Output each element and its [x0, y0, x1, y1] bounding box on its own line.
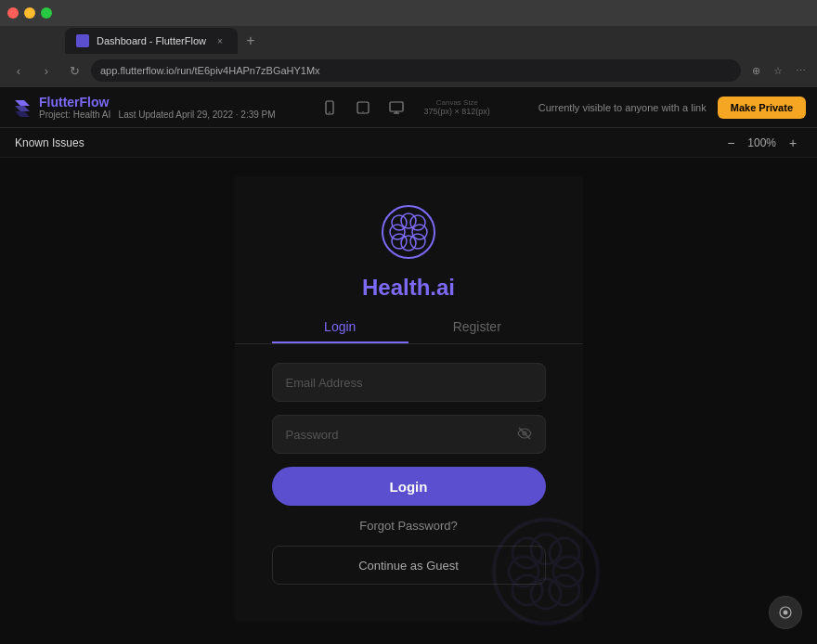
- svg-point-18: [410, 234, 425, 249]
- svg-point-24: [509, 557, 538, 586]
- email-field[interactable]: Email Address: [272, 363, 546, 402]
- password-placeholder: Password: [286, 428, 339, 442]
- svg-point-23: [531, 579, 561, 609]
- refresh-icon: ↻: [70, 64, 80, 78]
- browser-icon-1[interactable]: ⊕: [746, 61, 765, 80]
- svg-point-4: [329, 111, 331, 113]
- traffic-light-yellow[interactable]: [24, 7, 35, 19]
- flutterflow-logo-icon: [11, 97, 33, 119]
- issues-bar: Known Issues − 100% +: [0, 128, 817, 158]
- canvas-area: Health.ai Login Register Email Address P…: [0, 158, 817, 644]
- device-icons: Canvas Size 375(px) × 812(px): [317, 95, 498, 121]
- svg-point-28: [512, 575, 542, 605]
- traffic-lights: [7, 7, 52, 19]
- ghost-logo-watermark: [490, 516, 602, 631]
- svg-point-11: [401, 213, 416, 228]
- app-tabs: Login Register: [235, 319, 583, 344]
- project-label: Project: Health AI: [39, 109, 110, 120]
- zoom-in-button[interactable]: +: [784, 134, 802, 152]
- svg-point-17: [392, 234, 407, 249]
- support-chat-button[interactable]: [769, 596, 802, 629]
- app-preview: Health.ai Login Register Email Address P…: [235, 176, 583, 622]
- canvas-size-display: Canvas Size 375(px) × 812(px): [424, 98, 490, 116]
- svg-marker-2: [15, 111, 30, 117]
- back-icon: ‹: [17, 64, 20, 78]
- svg-point-13: [390, 225, 405, 239]
- zoom-value: 100%: [747, 136, 776, 149]
- login-button[interactable]: Login: [272, 467, 546, 506]
- traffic-light-green[interactable]: [41, 7, 52, 19]
- brand-name: FlutterFlow: [39, 95, 276, 109]
- svg-point-6: [362, 110, 363, 111]
- browser-icons-right: ⊕ ☆ ⋯: [746, 61, 810, 80]
- svg-point-16: [410, 215, 425, 230]
- mobile-view-button[interactable]: [317, 95, 343, 121]
- svg-point-29: [550, 575, 579, 605]
- project-info: Project: Health AI Last Updated April 29…: [39, 109, 276, 120]
- last-updated: Last Updated April 29, 2022 · 2:39 PM: [119, 109, 276, 120]
- tab-login[interactable]: Login: [272, 319, 409, 343]
- browser-icon-3[interactable]: ⋯: [791, 61, 810, 80]
- new-tab-button[interactable]: +: [238, 28, 264, 54]
- svg-point-15: [392, 215, 407, 230]
- browser-titlebar: [0, 0, 817, 26]
- traffic-light-red[interactable]: [7, 7, 19, 19]
- app-title-main: Health.: [362, 275, 436, 300]
- flutterflow-logo-text: FlutterFlow Project: Health AI Last Upda…: [39, 95, 276, 120]
- zoom-out-button[interactable]: −: [721, 134, 740, 152]
- address-bar[interactable]: app.flutterflow.io/run/tE6piv4HAPn7zBGaH…: [91, 59, 741, 82]
- password-field[interactable]: Password: [272, 415, 546, 454]
- flutterflow-logo: FlutterFlow Project: Health AI Last Upda…: [11, 95, 276, 120]
- svg-point-22: [531, 535, 561, 564]
- password-toggle-icon[interactable]: [517, 426, 532, 444]
- tab-title: Dashboard - FlutterFlow: [97, 35, 206, 46]
- make-private-button[interactable]: Make Private: [718, 97, 806, 119]
- app-logo: [381, 204, 436, 264]
- flutterflow-header: FlutterFlow Project: Health AI Last Upda…: [0, 87, 817, 128]
- visibility-text: Currently visible to anyone with a link: [538, 102, 707, 113]
- tab-register[interactable]: Register: [408, 319, 546, 343]
- svg-marker-1: [15, 106, 30, 111]
- forward-button[interactable]: ›: [35, 59, 58, 82]
- tab-bar: Dashboard - FlutterFlow × +: [0, 26, 817, 54]
- svg-point-31: [784, 611, 788, 615]
- zoom-controls: − 100% +: [721, 134, 802, 152]
- svg-point-27: [550, 538, 579, 568]
- tablet-view-button[interactable]: [350, 95, 376, 121]
- canvas-size-label: Canvas Size: [436, 98, 478, 107]
- desktop-view-button[interactable]: [383, 95, 409, 121]
- svg-rect-7: [390, 102, 403, 111]
- canvas-size-value: 375(px) × 812(px): [424, 107, 490, 116]
- back-button[interactable]: ‹: [7, 59, 30, 82]
- svg-point-14: [412, 225, 427, 239]
- url-text: app.flutterflow.io/run/tE6piv4HAPn7zBGaH…: [100, 65, 732, 76]
- refresh-button[interactable]: ↻: [63, 59, 85, 82]
- tab-favicon: [76, 34, 89, 47]
- svg-point-26: [512, 538, 542, 568]
- svg-point-12: [401, 236, 416, 251]
- browser-tab-active[interactable]: Dashboard - FlutterFlow ×: [65, 28, 238, 54]
- email-placeholder: Email Address: [286, 376, 363, 390]
- tab-close-button[interactable]: ×: [214, 34, 227, 47]
- browser-icon-2[interactable]: ☆: [769, 61, 787, 80]
- app-title-accent: ai: [436, 275, 455, 300]
- known-issues-label: Known Issues: [15, 136, 721, 149]
- browser-toolbar: ‹ › ↻ app.flutterflow.io/run/tE6piv4HAPn…: [0, 54, 817, 87]
- app-title: Health.ai: [362, 275, 455, 301]
- svg-point-25: [553, 557, 583, 586]
- svg-marker-0: [15, 100, 30, 106]
- forward-icon: ›: [45, 64, 48, 78]
